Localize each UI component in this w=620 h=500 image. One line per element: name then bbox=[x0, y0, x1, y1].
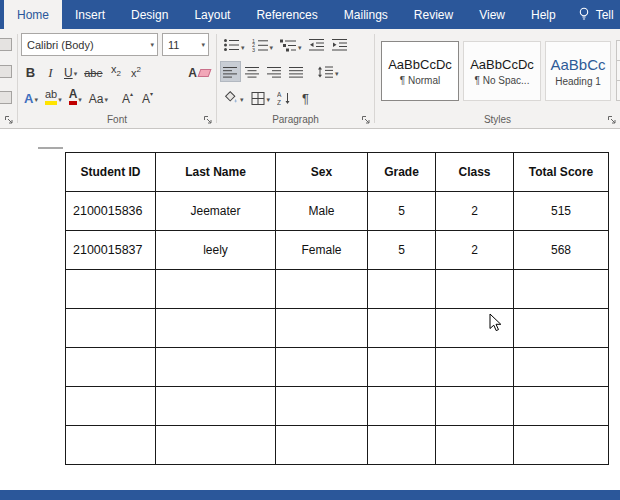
clipboard-dialog-launcher-icon[interactable] bbox=[4, 115, 14, 125]
table-cell[interactable] bbox=[368, 348, 436, 387]
decrease-indent-button[interactable] bbox=[306, 34, 328, 55]
table-cell[interactable] bbox=[66, 387, 156, 426]
table-cell[interactable]: Jeemater bbox=[156, 192, 276, 231]
table-cell[interactable]: 515 bbox=[514, 192, 609, 231]
font-name-select[interactable]: Calibri (Body) ▾ bbox=[21, 33, 158, 56]
table-cell[interactable] bbox=[436, 426, 514, 465]
table-cell[interactable] bbox=[368, 309, 436, 348]
table-row: 2100015837 leely Female 5 2 568 bbox=[66, 231, 609, 270]
clear-formatting-button[interactable]: A bbox=[185, 61, 213, 82]
tab-tell-me[interactable]: Tell bbox=[569, 0, 620, 29]
show-hide-pilcrow-button[interactable]: ¶ bbox=[296, 87, 315, 108]
table-cell[interactable] bbox=[436, 270, 514, 309]
font-size-select[interactable]: 11 ▾ bbox=[162, 33, 209, 56]
table-cell[interactable]: 2 bbox=[436, 231, 514, 270]
table-cell[interactable] bbox=[66, 348, 156, 387]
table-cell[interactable] bbox=[514, 426, 609, 465]
table-cell[interactable] bbox=[276, 270, 368, 309]
styles-gallery-more-button[interactable]: ▾ bbox=[616, 80, 620, 101]
table-cell[interactable] bbox=[156, 426, 276, 465]
font-dialog-launcher-icon[interactable] bbox=[203, 115, 213, 125]
shading-button[interactable]: ▾ bbox=[220, 87, 247, 108]
underline-button[interactable]: U▾ bbox=[61, 61, 80, 82]
table-cell[interactable] bbox=[368, 387, 436, 426]
header-cell[interactable]: Student ID bbox=[66, 153, 156, 192]
table-cell[interactable]: Female bbox=[276, 231, 368, 270]
paragraph-dialog-launcher-icon[interactable] bbox=[361, 115, 371, 125]
change-case-button[interactable]: Aa▾ bbox=[86, 87, 111, 108]
chevron-down-icon: ▾ bbox=[34, 96, 38, 103]
table-cell[interactable] bbox=[156, 309, 276, 348]
table-row bbox=[66, 270, 609, 309]
strikethrough-button[interactable]: abe bbox=[81, 61, 105, 82]
italic-button[interactable]: I bbox=[41, 61, 60, 82]
document-canvas[interactable]: Student ID Last Name Sex Grade Class Tot… bbox=[0, 129, 620, 490]
tab-review[interactable]: Review bbox=[401, 0, 466, 29]
table-cell[interactable] bbox=[276, 387, 368, 426]
styles-scroll-up-button[interactable]: ▴ bbox=[616, 40, 620, 61]
align-right-button[interactable] bbox=[264, 61, 285, 82]
table-cell[interactable] bbox=[514, 387, 609, 426]
header-cell[interactable]: Sex bbox=[276, 153, 368, 192]
table-cell[interactable] bbox=[66, 309, 156, 348]
justify-button[interactable] bbox=[286, 61, 307, 82]
tab-view[interactable]: View bbox=[466, 0, 518, 29]
style-card-no-spacing[interactable]: AaBbCcDc ¶ No Spac... bbox=[463, 41, 541, 101]
table-cell[interactable] bbox=[368, 270, 436, 309]
table-cell[interactable] bbox=[66, 270, 156, 309]
tab-mailings[interactable]: Mailings bbox=[331, 0, 401, 29]
table-cell[interactable]: 568 bbox=[514, 231, 609, 270]
table-cell[interactable] bbox=[156, 270, 276, 309]
align-left-button[interactable] bbox=[220, 61, 241, 82]
table-cell[interactable]: Male bbox=[276, 192, 368, 231]
table-cell[interactable] bbox=[514, 348, 609, 387]
grow-font-button[interactable]: A▴ bbox=[118, 87, 137, 108]
table-cell[interactable] bbox=[276, 309, 368, 348]
table-cell[interactable] bbox=[156, 387, 276, 426]
style-card-normal[interactable]: AaBbCcDc ¶ Normal bbox=[381, 41, 459, 101]
shrink-font-button[interactable]: A▾ bbox=[138, 87, 157, 108]
increase-indent-button[interactable] bbox=[329, 34, 351, 55]
table-cell[interactable] bbox=[276, 348, 368, 387]
tab-layout[interactable]: Layout bbox=[181, 0, 243, 29]
table-cell[interactable]: 5 bbox=[368, 231, 436, 270]
subscript-button[interactable]: x2 bbox=[107, 61, 126, 82]
table-cell[interactable]: 5 bbox=[368, 192, 436, 231]
table-cell[interactable] bbox=[156, 348, 276, 387]
tab-help[interactable]: Help bbox=[518, 0, 569, 29]
align-center-button[interactable] bbox=[242, 61, 263, 82]
highlight-color-button[interactable]: ab▾ bbox=[42, 87, 65, 108]
table-cell[interactable]: 2100015836 bbox=[66, 192, 156, 231]
sort-button[interactable]: AZ bbox=[274, 87, 295, 108]
numbered-list-button[interactable]: 123 ▾ bbox=[249, 34, 277, 55]
bold-button[interactable]: B bbox=[21, 61, 40, 82]
header-cell[interactable]: Grade bbox=[368, 153, 436, 192]
header-cell[interactable]: Total Score bbox=[514, 153, 609, 192]
table-cell[interactable]: leely bbox=[156, 231, 276, 270]
tab-design[interactable]: Design bbox=[118, 0, 181, 29]
table-cell[interactable] bbox=[514, 270, 609, 309]
table-cell[interactable] bbox=[66, 426, 156, 465]
tab-insert[interactable]: Insert bbox=[62, 0, 118, 29]
header-cell[interactable]: Last Name bbox=[156, 153, 276, 192]
table-cell[interactable]: 2100015837 bbox=[66, 231, 156, 270]
styles-dialog-launcher-icon[interactable] bbox=[607, 115, 617, 125]
table-cell[interactable] bbox=[276, 426, 368, 465]
font-color-button[interactable]: A▾ bbox=[66, 87, 85, 108]
style-card-heading1[interactable]: AaBbCc Heading 1 bbox=[545, 41, 611, 101]
header-cell[interactable]: Class bbox=[436, 153, 514, 192]
tab-home[interactable]: Home bbox=[4, 0, 62, 29]
table-cell[interactable] bbox=[514, 309, 609, 348]
text-effects-button[interactable]: A▾ bbox=[21, 87, 41, 108]
superscript-button[interactable]: x2 bbox=[127, 61, 146, 82]
tab-references[interactable]: References bbox=[243, 0, 330, 29]
multilevel-list-button[interactable]: ▾ bbox=[277, 34, 305, 55]
table-cell[interactable]: 2 bbox=[436, 192, 514, 231]
table-cell[interactable] bbox=[436, 348, 514, 387]
borders-button[interactable]: ▾ bbox=[248, 87, 274, 108]
styles-scroll-down-button[interactable]: ▾ bbox=[616, 60, 620, 81]
line-spacing-button[interactable]: ▾ bbox=[314, 61, 342, 82]
bullet-list-button[interactable]: ▾ bbox=[220, 34, 248, 55]
table-cell[interactable] bbox=[436, 387, 514, 426]
table-cell[interactable] bbox=[368, 426, 436, 465]
